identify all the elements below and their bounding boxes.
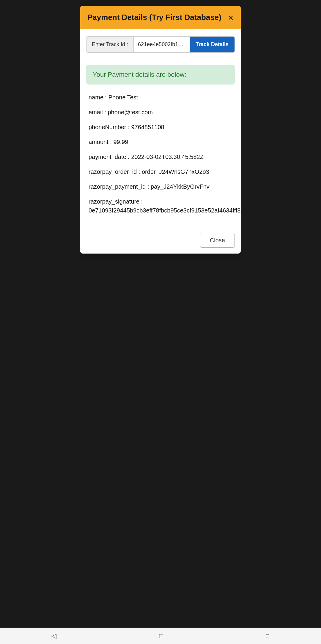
payment-details-list: name : Phone Test email : phone@test.com… <box>86 93 235 215</box>
bottom-navigation: ◁ □ ≡ <box>80 628 241 644</box>
close-button[interactable]: Close <box>200 233 235 248</box>
track-id-input[interactable] <box>134 37 190 52</box>
modal-footer: Close <box>80 228 241 254</box>
home-nav-icon[interactable]: □ <box>159 632 163 640</box>
detail-email-label: email : phone@test.com <box>89 109 153 115</box>
detail-razorpay-order-label: razorpay_order_id : order_J24WnsG7nxO2o3 <box>89 168 209 175</box>
detail-row-name: name : Phone Test <box>89 93 232 102</box>
track-id-row: Enter Track Id : Track Details <box>86 36 235 53</box>
detail-name-label: name : Phone Test <box>89 94 138 101</box>
modal-header: Payment Details (Try First Database) × <box>80 6 241 29</box>
modal-body: Enter Track Id : Track Details Your Paym… <box>80 29 241 228</box>
detail-razorpay-payment-label: razorpay_payment_id : pay_J24YkkByGrvFnv <box>89 183 210 190</box>
detail-row-razorpay-payment: razorpay_payment_id : pay_J24YkkByGrvFnv <box>89 182 232 191</box>
track-details-button[interactable]: Track Details <box>190 37 235 52</box>
detail-row-razorpay-signature: razorpay_signature : 0e71093f29445b9cb3e… <box>89 197 232 215</box>
detail-phone-label: phoneNumber : 9764851108 <box>89 124 164 130</box>
detail-row-phone: phoneNumber : 9764851108 <box>89 123 232 132</box>
payment-banner: Your Payment details are below: <box>86 65 235 85</box>
detail-payment-date-label: payment_date : 2022-03-02T03:30:45.582Z <box>89 154 204 160</box>
payment-details-modal: Payment Details (Try First Database) × E… <box>80 6 241 254</box>
modal-close-icon[interactable]: × <box>228 13 234 22</box>
track-id-label: Enter Track Id : <box>86 37 134 52</box>
detail-row-email: email : phone@test.com <box>89 108 232 117</box>
detail-row-amount: amount : 99.99 <box>89 137 232 146</box>
section-divider <box>86 59 235 59</box>
modal-title: Payment Details (Try First Database) <box>87 12 224 23</box>
detail-razorpay-signature-label: razorpay_signature : 0e71093f29445b9cb3e… <box>89 198 241 214</box>
detail-amount-label: amount : 99.99 <box>89 139 128 145</box>
payment-banner-text: Your Payment details are below: <box>93 71 186 78</box>
detail-row-payment-date: payment_date : 2022-03-02T03:30:45.582Z <box>89 152 232 161</box>
detail-row-razorpay-order: razorpay_order_id : order_J24WnsG7nxO2o3 <box>89 167 232 176</box>
